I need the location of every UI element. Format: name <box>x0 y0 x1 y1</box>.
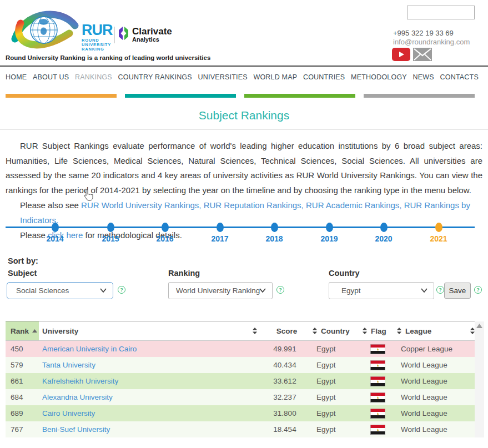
accent-bar-teal <box>125 94 236 98</box>
rur-wordmark: RUR ROUND UNIVERSITY RANKING <box>82 23 113 52</box>
table-row[interactable]: 684 Alexandria University 32.237 Egypt W… <box>6 389 475 405</box>
header-flag[interactable]: Flag <box>363 321 397 340</box>
header-rank-label: Rank <box>11 327 29 335</box>
sort-both-icon[interactable] <box>253 328 257 334</box>
cell-rank: 767 <box>6 425 39 434</box>
year-timeline: 2014 2015 2016 2017 2018 2019 2020 2021 <box>0 222 488 248</box>
nav-about-us[interactable]: ABOUT US <box>33 73 69 81</box>
nav-contacts[interactable]: CONTACTS <box>440 73 479 81</box>
filters-section: Sort by: Subject Social Sciences ? Ranki… <box>6 256 484 306</box>
ranking-select[interactable]: World University Ranking <box>168 282 273 299</box>
sort-both-icon[interactable] <box>363 328 367 334</box>
nav-country-rankings[interactable]: COUNTRY RANKINGS <box>118 73 192 81</box>
nav-news[interactable]: NEWS <box>413 73 434 81</box>
table-row[interactable]: 767 Beni-Suef University 18.454 Egypt Wo… <box>6 421 475 437</box>
university-link[interactable]: Beni-Suef University <box>42 425 110 434</box>
nav-universities[interactable]: UNIVERSITIES <box>198 73 248 81</box>
clarivate-logo: Clarivate Analytics <box>114 27 172 43</box>
ranking-select-value: World University Ranking <box>176 286 260 295</box>
search-input[interactable] <box>407 6 475 19</box>
timeline-year-2016[interactable]: 2016 <box>148 234 182 243</box>
nav-world-map[interactable]: WORLD MAP <box>253 73 297 81</box>
timeline-dot-2020[interactable] <box>380 223 388 232</box>
table-scrollbar[interactable] <box>475 321 484 437</box>
subject-select[interactable]: Social Sciences <box>7 282 113 299</box>
timeline-year-2021[interactable]: 2021 <box>422 234 455 243</box>
timeline-year-2020[interactable]: 2020 <box>367 234 400 243</box>
ranking-label: Ranking <box>168 269 200 278</box>
country-select[interactable]: Egypt <box>329 282 434 299</box>
university-link[interactable]: Tanta University <box>42 361 95 369</box>
egypt-flag-icon <box>370 409 385 419</box>
egypt-flag-icon <box>370 425 385 435</box>
subject-help-icon[interactable]: ? <box>118 286 125 294</box>
university-link[interactable]: Alexandria University <box>42 393 113 401</box>
timeline-dot-2019[interactable] <box>326 223 333 232</box>
university-link[interactable]: Cairo University <box>42 409 95 417</box>
university-link[interactable]: American University in Cairo <box>42 345 137 353</box>
ranking-help-icon[interactable]: ? <box>276 286 284 294</box>
timeline-year-2014[interactable]: 2014 <box>38 234 72 243</box>
nav-methodology[interactable]: METHODOLOGY <box>351 73 407 81</box>
cell-score: 31.800 <box>257 409 313 417</box>
timeline-year-2017[interactable]: 2017 <box>203 234 237 243</box>
rankings-table: Rank University Score Country Flag L <box>6 321 484 437</box>
header-rank[interactable]: Rank <box>6 321 39 340</box>
nav-home[interactable]: HOME <box>6 73 27 81</box>
cell-country: Egypt <box>316 377 336 385</box>
table-header-row: Rank University Score Country Flag L <box>6 321 475 341</box>
youtube-icon[interactable] <box>392 48 410 61</box>
site-tagline: Round University Ranking is a ranking of… <box>6 54 210 61</box>
country-help-icon[interactable]: ? <box>436 286 444 294</box>
timeline-dot-2015[interactable] <box>107 223 114 232</box>
timeline-dot-2021[interactable] <box>435 223 442 232</box>
scroll-up-icon[interactable] <box>476 324 482 328</box>
nav-rankings[interactable]: RANKINGS <box>75 73 112 81</box>
cell-rank: 684 <box>6 393 39 401</box>
save-help-icon[interactable]: ? <box>474 286 482 294</box>
clarivate-sub: Analytics <box>132 36 172 43</box>
cell-score: 33.612 <box>257 377 313 385</box>
clarivate-mark-icon <box>118 27 129 40</box>
sort-both-icon[interactable] <box>470 328 475 334</box>
cell-league: World League <box>401 361 447 369</box>
header-league-label: League <box>405 327 431 335</box>
egypt-flag-icon <box>370 392 385 402</box>
header-university[interactable]: University <box>39 321 257 340</box>
email-icon[interactable] <box>413 48 432 61</box>
nav-countries[interactable]: COUNTRIES <box>303 73 345 81</box>
save-button[interactable]: Save <box>444 283 471 299</box>
logo-divider <box>114 27 115 43</box>
link-reputation-rankings[interactable]: RUR Reputation Rankings, <box>202 200 304 210</box>
sort-both-icon[interactable] <box>397 328 401 334</box>
table-row[interactable]: 661 Kafrelsheikh University 33.612 Egypt… <box>6 373 475 389</box>
cell-country: Egypt <box>316 425 336 434</box>
sort-by-label: Sort by: <box>8 256 38 265</box>
header-score-label: Score <box>276 327 298 335</box>
contact-email[interactable]: info@roundranking.com <box>393 38 470 46</box>
link-academic-rankings[interactable]: RUR Academic Rankings, <box>304 200 402 210</box>
sort-both-icon[interactable] <box>313 328 317 334</box>
cell-country: Egypt <box>316 409 336 417</box>
header-league[interactable]: League <box>397 321 475 340</box>
header-country[interactable]: Country <box>313 321 363 340</box>
table-row[interactable]: 689 Cairo University 31.800 Egypt World … <box>6 405 475 421</box>
nav-accent-bars <box>6 94 479 98</box>
contact-phone: +995 322 19 33 69 <box>393 29 454 37</box>
clarivate-name: Clarivate <box>132 27 172 36</box>
cell-score: 18.454 <box>257 425 313 434</box>
header-score[interactable]: Score <box>257 321 313 340</box>
timeline-dot-2018[interactable] <box>271 223 278 232</box>
timeline-dot-2014[interactable] <box>52 223 59 232</box>
table-row[interactable]: 450 American University in Cairo 49.991 … <box>6 341 475 357</box>
timeline-year-2018[interactable]: 2018 <box>258 234 291 243</box>
timeline-year-2019[interactable]: 2019 <box>313 234 346 243</box>
timeline-dot-2017[interactable] <box>217 223 224 232</box>
timeline-year-2015[interactable]: 2015 <box>94 234 127 243</box>
cell-league: Copper League <box>401 345 452 353</box>
university-link[interactable]: Kafrelsheikh University <box>42 377 118 385</box>
link-world-university-rankings[interactable]: RUR World University Rankings, <box>81 200 201 210</box>
timeline-dot-2016[interactable] <box>162 223 169 232</box>
mouse-cursor-icon <box>83 189 93 202</box>
table-row[interactable]: 579 Tanta University 40.434 Egypt World … <box>6 357 475 373</box>
